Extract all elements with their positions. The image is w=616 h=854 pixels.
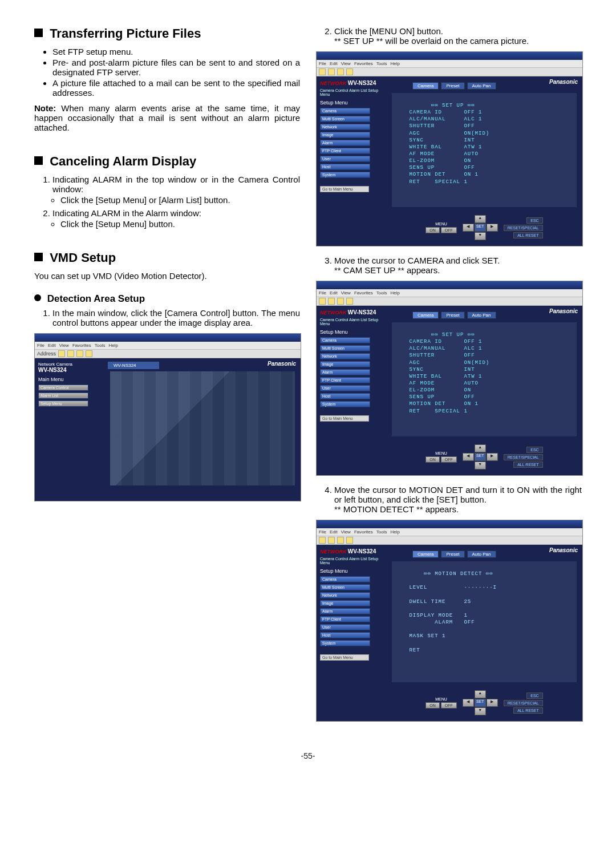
nav-icon[interactable]	[337, 68, 344, 75]
down-button[interactable]: ▼	[475, 462, 486, 470]
go-main-menu-button[interactable]: Go to Main Menu	[320, 415, 369, 422]
nav-icon[interactable]	[319, 298, 326, 305]
menu-item[interactable]: Favorites	[354, 529, 373, 535]
sidebar-item-user[interactable]: User	[320, 156, 370, 162]
menu-item[interactable]: Help	[390, 61, 399, 66]
menu-item[interactable]: Tools	[376, 290, 387, 296]
reset-special-button[interactable]: RESET/SPECIAL	[504, 225, 543, 231]
nav-icon[interactable]	[328, 298, 335, 305]
set-button[interactable]: SET	[475, 224, 486, 232]
tab-autopan[interactable]: Auto Pan	[467, 82, 496, 90]
up-button[interactable]: ▲	[475, 690, 486, 698]
nav-icon[interactable]	[319, 537, 326, 544]
nav-icon[interactable]	[319, 68, 326, 75]
sidebar-item-host[interactable]: Host	[320, 632, 370, 638]
all-reset-button[interactable]: ALL RESET	[513, 462, 542, 468]
tab-preset[interactable]: Preset	[441, 82, 464, 90]
sidebar-item-system[interactable]: System	[320, 401, 370, 407]
nav-icon[interactable]	[86, 350, 92, 357]
all-reset-button[interactable]: ALL RESET	[513, 707, 542, 714]
tab-autopan[interactable]: Auto Pan	[467, 551, 496, 558]
nav-icon[interactable]	[346, 68, 353, 75]
tab-preset[interactable]: Preset	[441, 551, 464, 558]
sidebar-item-image[interactable]: Image	[320, 600, 370, 606]
go-main-menu-button[interactable]: Go to Main Menu	[320, 654, 369, 661]
esc-button[interactable]: ESC	[526, 447, 542, 453]
menu-item[interactable]: Tools	[376, 61, 387, 66]
down-button[interactable]: ▼	[475, 232, 486, 240]
sidebar-item-ftp-client[interactable]: FTP Client	[320, 377, 370, 383]
menu-off-button[interactable]: OFF	[441, 227, 457, 233]
menu-item[interactable]: Favorites	[354, 61, 373, 66]
menu-item[interactable]: Tools	[95, 343, 106, 348]
down-button[interactable]: ▼	[475, 707, 486, 715]
menu-item[interactable]: File	[37, 343, 44, 348]
tab-camera[interactable]: Camera	[412, 551, 439, 558]
set-button[interactable]: SET	[475, 699, 486, 707]
right-button[interactable]: ▶	[487, 699, 498, 707]
up-button[interactable]: ▲	[475, 215, 486, 223]
menu-item[interactable]: Tools	[376, 529, 387, 535]
menu-item[interactable]: Help	[108, 343, 117, 348]
nav-icon[interactable]	[346, 298, 353, 305]
sidebar-item-system[interactable]: System	[320, 172, 370, 178]
go-main-menu-button[interactable]: Go to Main Menu	[320, 186, 369, 192]
menu-item[interactable]: File	[319, 61, 326, 66]
sidebar-item-ftp-client[interactable]: FTP Client	[320, 148, 370, 154]
menu-item[interactable]: View	[341, 61, 351, 66]
menu-item[interactable]: View	[341, 290, 351, 296]
tab-autopan[interactable]: Auto Pan	[467, 311, 496, 319]
set-button[interactable]: SET	[475, 453, 486, 461]
menu-item[interactable]: View	[59, 343, 69, 348]
menu-item[interactable]: Help	[390, 529, 399, 535]
sidebar-item-user[interactable]: User	[320, 385, 370, 391]
menu-item[interactable]: Edit	[48, 343, 56, 348]
tab-preset[interactable]: Preset	[441, 311, 464, 319]
sidebar-item-network[interactable]: Network	[320, 124, 370, 130]
left-button[interactable]: ◀	[463, 699, 474, 707]
tab-camera[interactable]: Camera	[412, 82, 439, 90]
menu-item[interactable]: File	[319, 290, 326, 296]
up-button[interactable]: ▲	[475, 444, 486, 452]
left-button[interactable]: ◀	[463, 453, 474, 461]
sidebar-item-multiscreen[interactable]: Multi Screen	[320, 584, 370, 590]
nav-icon[interactable]	[58, 350, 65, 357]
menu-item[interactable]: Edit	[330, 529, 338, 535]
sidebar-item-user[interactable]: User	[320, 624, 370, 630]
menu-off-button[interactable]: OFF	[441, 702, 457, 709]
sidebar-item-image[interactable]: Image	[320, 361, 370, 367]
sidebar-item-system[interactable]: System	[320, 640, 370, 646]
menu-item[interactable]: Favorites	[354, 290, 373, 296]
sidebar-item-multiscreen[interactable]: Multi Screen	[320, 345, 370, 351]
menu-item[interactable]: View	[341, 529, 351, 535]
menu-on-button[interactable]: ON	[425, 456, 440, 463]
right-button[interactable]: ▶	[487, 453, 498, 461]
esc-button[interactable]: ESC	[526, 217, 542, 224]
sidebar-item-host[interactable]: Host	[320, 393, 370, 399]
reset-special-button[interactable]: RESET/SPECIAL	[504, 700, 543, 706]
sidebar-item-network[interactable]: Network	[320, 353, 370, 359]
menu-item[interactable]: Help	[390, 290, 399, 296]
sidebar-item-multiscreen[interactable]: Multi Screen	[320, 116, 370, 122]
sidebar-item-setup-menu[interactable]: Setup Menu	[38, 400, 88, 407]
sidebar-item-alarm-list[interactable]: Alarm List	[38, 392, 88, 399]
left-button[interactable]: ◀	[463, 224, 474, 232]
menu-item[interactable]: File	[319, 529, 326, 535]
all-reset-button[interactable]: ALL RESET	[513, 232, 542, 238]
menu-item[interactable]: Favorites	[72, 343, 91, 348]
menu-item[interactable]: Edit	[330, 290, 338, 296]
sidebar-item-camera[interactable]: Camera	[320, 337, 370, 343]
sidebar-item-alarm[interactable]: Alarm	[320, 369, 370, 375]
nav-icon[interactable]	[337, 537, 344, 544]
sidebar-item-ftp-client[interactable]: FTP Client	[320, 616, 370, 622]
sidebar-item-camera-control[interactable]: Camera Control	[38, 384, 88, 391]
menu-off-button[interactable]: OFF	[441, 456, 457, 463]
nav-icon[interactable]	[67, 350, 74, 357]
sidebar-item-alarm[interactable]: Alarm	[320, 608, 370, 614]
right-button[interactable]: ▶	[487, 224, 498, 232]
menu-item[interactable]: Edit	[330, 61, 338, 66]
reset-special-button[interactable]: RESET/SPECIAL	[504, 454, 543, 460]
sidebar-item-camera[interactable]: Camera	[320, 108, 370, 114]
esc-button[interactable]: ESC	[526, 693, 542, 699]
sidebar-item-camera[interactable]: Camera	[320, 576, 370, 582]
